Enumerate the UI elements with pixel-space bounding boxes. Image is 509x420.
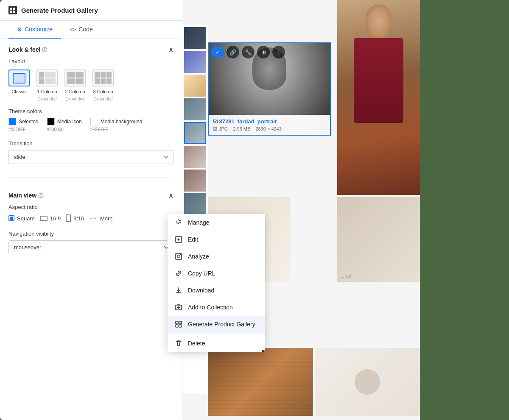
layout-option-classic[interactable]: Classic xyxy=(8,70,30,101)
top-row: ✓ 🔗 🔧 ⊞ ⋮ 5137281_fardad_portrait 🖼 JPG xyxy=(208,0,420,195)
thumbnail-1[interactable] xyxy=(184,27,206,49)
menu-label-generate-gallery: Generate Product Gallery xyxy=(188,321,255,328)
main-view-info-icon[interactable]: ⓘ xyxy=(38,193,43,199)
transition-select[interactable]: slide fade none xyxy=(8,150,173,164)
menu-item-generate-gallery[interactable]: Generate Product Gallery xyxy=(168,316,265,333)
menu-item-add-collection[interactable]: Add to Collection xyxy=(168,299,265,316)
analyze-icon xyxy=(174,253,183,260)
toolbar-resize-btn[interactable]: ⊞ xyxy=(257,46,270,58)
look-feel-info-icon[interactable]: ⓘ xyxy=(42,47,47,53)
color-name-bg: Media background xyxy=(101,119,143,125)
gallery-icon xyxy=(174,320,183,328)
bg-green xyxy=(420,0,509,420)
portrait-image xyxy=(337,0,420,195)
color-hex-selected: #0078FF xyxy=(8,127,25,132)
nav-visibility-select[interactable]: mouseover always never xyxy=(8,240,173,254)
trash-icon xyxy=(174,339,183,347)
copy-url-icon xyxy=(174,270,183,277)
image-type: 🖼 JPG xyxy=(213,126,228,131)
context-menu: Manage Edit Analyze Copy U xyxy=(168,214,265,352)
toolbar-check-btn[interactable]: ✓ xyxy=(211,46,224,58)
main-view-section-header: Main view ⓘ ∧ xyxy=(8,185,173,204)
color-name-icon: Media icon xyxy=(57,119,82,125)
aspect-option-16-9[interactable]: 16:9 xyxy=(40,214,61,222)
thumbnail-6[interactable] xyxy=(184,146,206,168)
menu-item-delete[interactable]: Delete ☛ xyxy=(168,335,265,352)
toolbar-wrench-btn[interactable]: 🔧 xyxy=(242,46,255,58)
color-item-bg: Media background #FFFFFF xyxy=(90,118,143,132)
svg-rect-1 xyxy=(13,8,15,10)
menu-item-analyze[interactable]: Analyze xyxy=(168,248,265,265)
main-view-title: Main view ⓘ xyxy=(8,192,43,200)
main-panel: Generate Product Gallery ⚙ Customize <> … xyxy=(0,0,420,420)
menu-item-download[interactable]: Download xyxy=(168,282,265,299)
look-feel-title: Look & feel ⓘ xyxy=(8,46,47,54)
color-swatch-selected[interactable] xyxy=(8,118,16,125)
aspect-label-more: More xyxy=(100,215,113,222)
preview-area: ✓ 🔗 🔧 ⊞ ⋮ 5137281_fardad_portrait 🖼 JPG xyxy=(182,0,420,420)
toolbar-more-btn[interactable]: ⋮ xyxy=(272,46,285,58)
thumbnail-8[interactable] xyxy=(184,193,206,215)
aspect-ratio-label: Aspect ratio xyxy=(8,204,173,210)
menu-label-edit: Edit xyxy=(188,236,198,243)
layout-icon-classic xyxy=(8,70,30,86)
svg-line-9 xyxy=(180,254,181,255)
toolbar-link-btn[interactable]: 🔗 xyxy=(227,46,239,58)
layout-name-classic: Classic xyxy=(11,89,26,94)
svg-rect-15 xyxy=(176,325,178,327)
color-swatch-bg[interactable] xyxy=(90,118,98,125)
aspect-option-square[interactable]: Square xyxy=(8,214,35,222)
tab-code[interactable]: <> Code xyxy=(61,21,101,39)
thumbnail-5[interactable] xyxy=(184,122,206,144)
look-feel-collapse-icon[interactable]: ∧ xyxy=(168,46,173,54)
cursor-hand: ☛ xyxy=(261,347,265,352)
transition-label: Transition xyxy=(8,140,173,147)
menu-item-edit[interactable]: Edit xyxy=(168,231,265,248)
layout-options: Classic 1 xyxy=(8,70,173,101)
layout-option-3col[interactable]: 3 Column Expanded xyxy=(92,70,114,101)
color-swatch-icon[interactable] xyxy=(47,118,55,125)
thumbnail-3[interactable] xyxy=(184,75,206,97)
menu-label-copy-url: Copy URL xyxy=(188,270,215,277)
nav-visibility-label: Navigation visibilty xyxy=(8,231,173,237)
thumbnail-2[interactable] xyxy=(184,51,206,73)
color-hex-bg: #FFFFFF xyxy=(90,127,108,132)
aspect-option-more[interactable]: ··· More xyxy=(89,214,113,222)
aspect-checkbox-square[interactable] xyxy=(8,215,14,221)
layout-name-2col: 2 Column xyxy=(65,89,85,94)
image-size: 2.95 MB xyxy=(233,126,250,131)
color-swatch-row-bg: Media background xyxy=(90,118,143,125)
layout-icon-2col xyxy=(64,70,86,86)
svg-rect-14 xyxy=(179,321,182,324)
layout-sub-2col: Expanded xyxy=(65,97,84,101)
image-name: 5137281_fardad_portrait xyxy=(213,118,326,125)
main-view-collapse-icon[interactable]: ∧ xyxy=(168,192,173,200)
color-item-icon: Media icon #000000 xyxy=(47,118,82,132)
aspect-tall-9-16 xyxy=(66,214,71,222)
menu-label-manage: Manage xyxy=(188,219,210,226)
menu-item-manage[interactable]: Manage xyxy=(168,214,265,231)
featured-image: ✓ 🔗 🔧 ⊞ ⋮ 5137281_fardad_portrait 🖼 JPG xyxy=(208,42,331,136)
layout-option-1col[interactable]: 1 Column Expanded xyxy=(36,70,58,101)
aspect-rect-16-9 xyxy=(40,216,48,221)
main-image-container: ✓ 🔗 🔧 ⊞ ⋮ 5137281_fardad_portrait 🖼 JPG xyxy=(208,0,420,420)
layout-option-2col[interactable]: 2 Column Expanded xyxy=(64,70,86,101)
download-icon xyxy=(174,286,183,294)
aspect-option-9-16[interactable]: 9:16 xyxy=(66,214,84,222)
thumbnail-4[interactable] xyxy=(184,98,206,120)
layout-icon-1col xyxy=(36,70,58,86)
code-icon: <> xyxy=(70,26,76,33)
layout-sub-classic xyxy=(19,97,20,101)
menu-item-copy-url[interactable]: Copy URL xyxy=(168,265,265,282)
image-info-bar: 5137281_fardad_portrait 🖼 JPG 2.95 MB 28… xyxy=(209,115,330,135)
svg-rect-0 xyxy=(10,8,12,10)
panel-title: Generate Product Gallery xyxy=(21,7,98,14)
thumbnail-7[interactable] xyxy=(184,170,206,192)
image-meta: 🖼 JPG 2.95 MB 2830 × 4243 xyxy=(213,126,326,131)
tab-customize[interactable]: ⚙ Customize xyxy=(8,21,61,39)
section-divider xyxy=(8,178,173,178)
bottom-row xyxy=(208,348,420,416)
color-hex-icon: #000000 xyxy=(47,127,64,132)
aspect-options: Square 16:9 9:16 ··· More xyxy=(8,214,173,222)
panel-header-icon xyxy=(8,6,17,14)
